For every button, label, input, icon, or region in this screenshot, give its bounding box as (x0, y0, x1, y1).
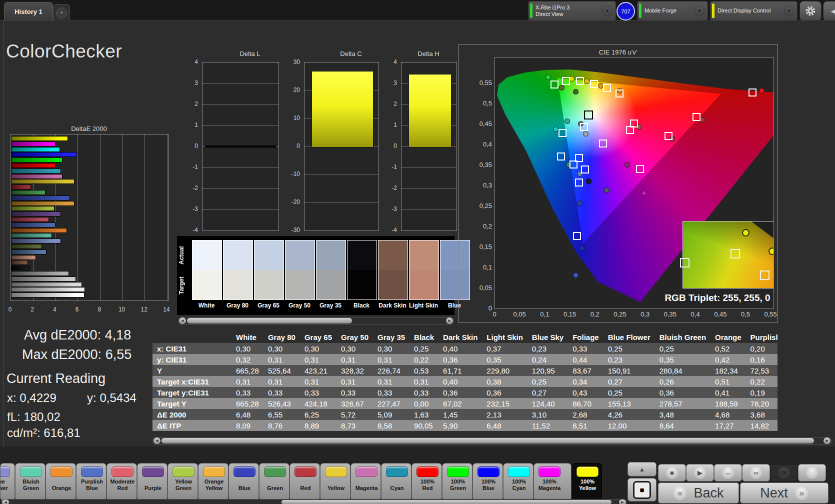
actual-row-label: Actual (178, 241, 186, 270)
table-cell: 326,67 (336, 398, 373, 409)
table-cell: 0,20 (746, 343, 778, 354)
x-tick-label: 0,2 (586, 310, 604, 318)
patch-button-moderate-red[interactable]: ModerateRed (106, 463, 137, 501)
y-tick-label: 0,3 (474, 182, 492, 189)
column-header: Light Skin (482, 332, 528, 343)
meter-dropdown[interactable]: X-Rite i1Pro 3Direct View ▼ (528, 1, 616, 20)
scroll-left-icon[interactable]: ◄ (154, 438, 160, 444)
patch-button-100-red[interactable]: 100%Red (412, 463, 442, 501)
color-chip (0, 466, 10, 477)
patch-button-100-blue[interactable]: 100%Blue (472, 463, 503, 501)
loop-button[interactable]: ∞ (742, 464, 770, 482)
table-cell: 0,22 (410, 354, 438, 365)
table-scrollbar[interactable]: ◄ ► (152, 437, 832, 445)
next-button[interactable]: Next » (740, 482, 828, 504)
target-color (192, 270, 222, 300)
table-row: Y665,28525,64423,21328,32226,740,5361,71… (152, 365, 778, 376)
record-icon (806, 467, 818, 479)
settings-button[interactable] (800, 1, 822, 21)
patch-button-100-cyan[interactable]: 100%Cyan (503, 463, 534, 501)
back-button[interactable]: « Back (658, 482, 739, 504)
delta-chart-title: Delta L (202, 50, 298, 58)
meter-count-badge[interactable]: 707 (616, 2, 635, 20)
swatch-gray-80 (223, 240, 253, 300)
table-cell: 0,31 (264, 354, 300, 365)
table-cell: 0,23 (528, 343, 568, 354)
y-tick-label: 30 (285, 58, 300, 66)
color-chip (538, 466, 560, 477)
deltae2000-x-axis: 02468101214 (0, 306, 180, 314)
scroll-left-icon[interactable]: ◄ (179, 318, 186, 324)
y-tick-label: 4 (382, 58, 397, 66)
patch-button-100-green[interactable]: 100%Green (442, 463, 472, 501)
table-cell: 0,33 (232, 387, 264, 398)
row-label: ΔE 2000 (152, 409, 232, 420)
patch-button-purple[interactable]: Purple (137, 463, 168, 501)
patch-button-magenta[interactable]: Magenta (350, 463, 381, 501)
source-dropdown[interactable]: Mobile Forge ▼ (637, 1, 708, 20)
patch-button-blue[interactable]: Blue (228, 463, 259, 501)
scroll-right-icon[interactable]: ► (619, 500, 626, 504)
tab-history-1[interactable]: History 1 (4, 2, 53, 21)
table-cell: 0,22 (746, 376, 778, 387)
value-bar (408, 74, 452, 148)
patch-button-red[interactable]: Red (290, 463, 320, 501)
patch-button-label: Cyan (382, 478, 412, 492)
actual-color (286, 240, 314, 270)
patch-button-orange[interactable]: Orange (46, 463, 76, 501)
scrollbar-thumb[interactable] (282, 500, 612, 504)
patch-button-bluish-green[interactable]: BluishGreen (15, 463, 46, 501)
table-cell: 0,34 (568, 376, 604, 387)
table-cell: 8,89 (300, 420, 336, 431)
scrollbar-thumb[interactable] (162, 438, 814, 444)
collapse-panel-button[interactable]: ◀ (823, 1, 835, 21)
table-row: Target y:CIE310,330,330,330,330,330,330,… (152, 387, 778, 398)
scrollbar-thumb[interactable] (187, 318, 352, 324)
stop-measure-button[interactable]: ■ (628, 478, 656, 502)
gear-icon (805, 6, 816, 16)
workflow-dropdown[interactable]: Direct Display Control ▼ (710, 1, 798, 20)
patch-button-label: Orange (46, 478, 76, 492)
table-row: ΔE 20006,486,556,255,725,091,631,452,133… (152, 409, 778, 420)
refresh-button[interactable]: ⟳ (770, 464, 798, 482)
table-cell: 17,27 (710, 420, 746, 431)
de-bar-magenta (11, 174, 62, 179)
swatch-label: Gray 65 (252, 302, 285, 309)
stop-button[interactable]: ■ (658, 464, 686, 482)
patch-button-blue-flower[interactable]: BlueFlower (0, 463, 15, 501)
row-label: Target x:CIE31 (152, 376, 232, 387)
patch-button-orange-yellow[interactable]: OrangeYellow (198, 463, 228, 501)
table-cell: 232,15 (482, 398, 528, 409)
zero-bar (205, 146, 276, 148)
cdm2-readout: cd/m²: 616,81 (7, 426, 80, 440)
patch-button-cyan[interactable]: Cyan (381, 463, 412, 501)
target-point (562, 77, 570, 85)
add-tab-button[interactable]: + (53, 4, 70, 21)
patch-button-green[interactable]: Green (259, 463, 290, 501)
gridline (402, 210, 456, 210)
color-chip (508, 466, 530, 477)
patch-button-label: PurplishBlue (76, 478, 106, 492)
table-cell: 0,31 (264, 376, 300, 387)
chevron-down-icon: ▼ (602, 6, 613, 16)
patch-button-100-yellow[interactable]: 100%Yellow (572, 463, 602, 501)
scroll-right-icon[interactable]: ► (446, 318, 453, 324)
patch-button-yellow[interactable]: Yellow (320, 463, 350, 501)
step-button[interactable]: ↔ (714, 464, 742, 482)
table-row: ΔE ITP8,098,768,898,738,5890,055,906,481… (152, 420, 778, 431)
record-button[interactable] (798, 464, 826, 482)
scroll-right-icon[interactable]: ► (824, 438, 830, 444)
table-cell: 5,09 (373, 409, 410, 420)
patch-buttons-scrollbar[interactable]: ◄ ► (1, 499, 627, 504)
column-header: Gray 80 (264, 332, 300, 343)
patch-button-label: BlueFlower (0, 478, 14, 492)
patch-button-yellow-green[interactable]: YellowGreen (168, 463, 198, 501)
scroll-left-icon[interactable]: ◄ (2, 500, 9, 504)
patch-button-purplish-blue[interactable]: PurplishBlue (76, 463, 106, 501)
patch-button-100-magenta[interactable]: 100%Magenta (534, 463, 572, 501)
table-cell: 0,27 (528, 387, 568, 398)
swatch-strip-scrollbar[interactable]: ◄ ► (178, 317, 454, 325)
table-cell: 2,13 (482, 409, 528, 420)
play-button[interactable]: ▶ (686, 464, 714, 482)
swatch-label: Black (345, 302, 378, 309)
